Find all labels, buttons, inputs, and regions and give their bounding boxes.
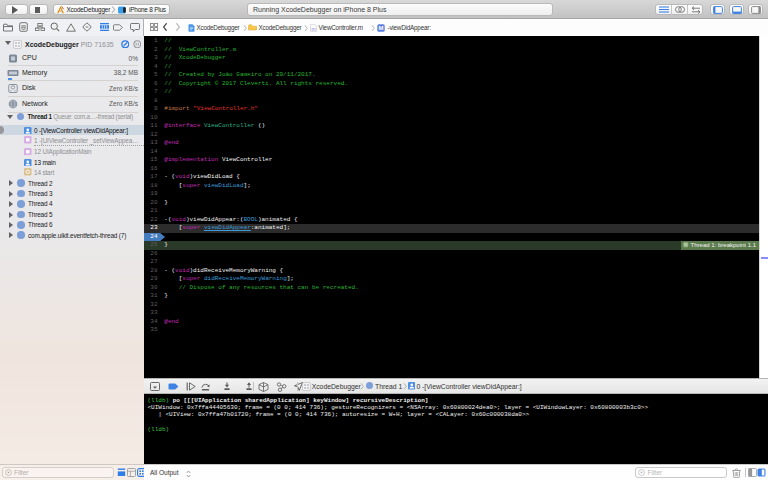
svg-text:M: M [379,25,384,31]
svg-text:m: m [311,25,315,31]
